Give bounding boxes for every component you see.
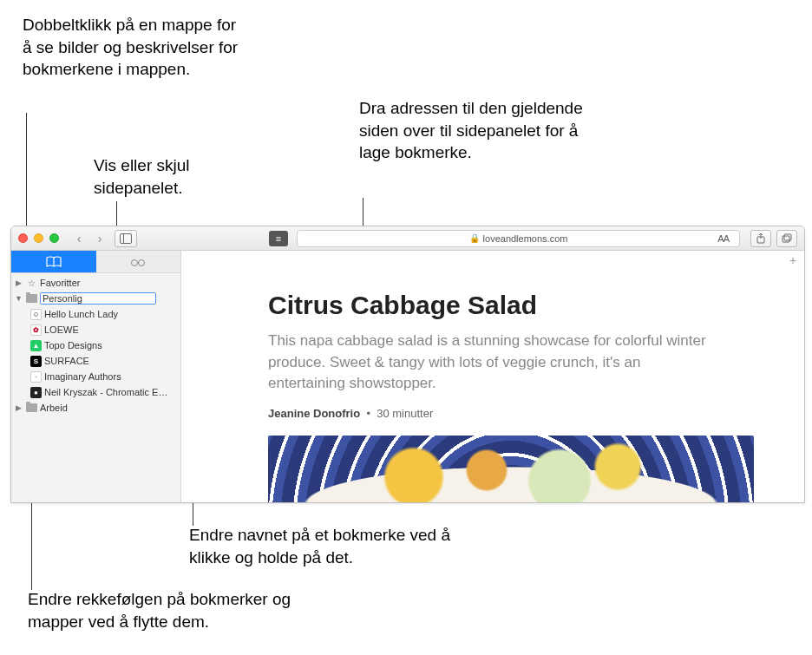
article-title: Citrus Cabbage Salad	[268, 291, 761, 320]
new-tab-button[interactable]: +	[785, 252, 801, 268]
svg-rect-0	[121, 233, 132, 243]
close-window-button[interactable]	[18, 233, 28, 243]
lock-icon: 🔒	[469, 233, 480, 243]
callout-line	[116, 201, 117, 227]
folder-personal[interactable]: ▼ Personlig	[11, 291, 180, 306]
folder-label: Arbeid	[40, 403, 180, 413]
svg-point-6	[132, 259, 138, 265]
bookmark-item[interactable]: ▲ Topo Designs	[11, 337, 180, 353]
bookmark-list: ▶ ☆ Favoritter ▼ Personlig ☺ Hello Lunch…	[11, 273, 180, 417]
svg-rect-4	[784, 234, 791, 240]
address-text: loveandlemons.com	[483, 233, 568, 244]
bookmark-item[interactable]: ✿ LOEWE	[11, 322, 180, 337]
tabs-button[interactable]	[776, 230, 797, 247]
folder-icon	[25, 292, 37, 305]
bookmark-label: SURFACE	[44, 356, 180, 366]
disclosure-triangle[interactable]: ▶	[15, 278, 23, 287]
callout-doubleclick: Dobbeltklikk på en mappe for å se bilder…	[23, 14, 248, 81]
bookmarks-sidebar: ▶ ☆ Favoritter ▼ Personlig ☺ Hello Lunch…	[11, 251, 181, 502]
tabs-icon	[782, 233, 792, 244]
book-icon	[45, 256, 62, 268]
safari-window: ‹ › ≡ 🔒 loveandlemons.com AA	[10, 226, 805, 503]
article-subtitle: This napa cabbage salad is a stunning sh…	[268, 331, 719, 395]
svg-point-7	[139, 259, 145, 265]
folder-label: Favoritter	[40, 278, 180, 288]
folder-work[interactable]: ▶ Arbeid	[11, 400, 180, 416]
callout-reorder: Endre rekkefølgen på bokmerker og mapper…	[28, 588, 323, 632]
article-duration: 30 minutter	[377, 407, 433, 420]
article-hero-image	[268, 436, 754, 502]
bookmark-label: Imaginary Authors	[44, 371, 180, 382]
disclosure-triangle[interactable]: ▼	[15, 294, 23, 303]
favicon: ✿	[30, 324, 42, 336]
bookmark-item[interactable]: ● Neil Kryszak - Chromatic E…	[11, 384, 180, 400]
article-author: Jeanine Donofrio	[268, 407, 360, 420]
star-icon: ☆	[25, 277, 37, 289]
favicon: ●	[30, 387, 42, 398]
forward-button[interactable]: ›	[90, 230, 109, 247]
bookmarks-tab[interactable]	[11, 251, 96, 272]
bookmark-item[interactable]: ☺ Hello Lunch Lady	[11, 306, 180, 322]
reader-mode-button[interactable]: ≡	[269, 231, 288, 246]
svg-rect-3	[783, 236, 789, 242]
share-button[interactable]	[750, 230, 771, 247]
favicon: ☺	[30, 309, 42, 320]
favicon: S	[30, 356, 42, 367]
callout-line	[363, 198, 363, 227]
sidebar-icon	[120, 233, 132, 244]
minimize-window-button[interactable]	[34, 233, 43, 243]
bookmark-label: Neil Kryszak - Chromatic E…	[44, 387, 180, 397]
bookmark-label: Topo Designs	[44, 340, 180, 350]
disclosure-triangle[interactable]: ▶	[15, 403, 23, 412]
back-button[interactable]: ‹	[69, 230, 88, 247]
bookmark-item[interactable]: S SURFACE	[11, 353, 180, 369]
page-content: Citrus Cabbage Salad This napa cabbage s…	[181, 251, 804, 502]
address-bar[interactable]: 🔒 loveandlemons.com AA	[297, 230, 740, 247]
folder-label-editing[interactable]: Personlig	[40, 292, 156, 305]
bookmark-item[interactable]: · Imaginary Authors	[11, 369, 180, 384]
reader-icon: ≡	[276, 233, 281, 244]
callout-rename: Endre navnet på et bokmerke ved å klikke…	[189, 524, 458, 568]
article-meta: Jeanine Donofrio • 30 minutter	[268, 407, 761, 420]
favicon: ▲	[30, 340, 42, 351]
glasses-icon	[129, 256, 147, 268]
callout-drag-address: Dra adressen til den gjeldende siden ove…	[359, 97, 585, 164]
meta-separator: •	[366, 407, 370, 420]
sidebar-toggle-button[interactable]	[115, 230, 137, 247]
favicon: ·	[30, 371, 42, 383]
folder-icon	[25, 402, 37, 414]
share-icon	[756, 233, 766, 244]
reader-font-button[interactable]: AA	[712, 233, 734, 244]
zoom-window-button[interactable]	[49, 233, 59, 243]
traffic-lights	[18, 233, 59, 243]
reading-list-tab[interactable]	[96, 251, 181, 272]
window-titlebar: ‹ › ≡ 🔒 loveandlemons.com AA	[11, 226, 804, 251]
folder-favorites[interactable]: ▶ ☆ Favoritter	[11, 275, 180, 291]
bookmark-label: LOEWE	[44, 324, 180, 335]
bookmark-label: Hello Lunch Lady	[44, 309, 180, 319]
callout-toggle-sidebar: Vis eller skjul sidepanelet.	[94, 154, 232, 199]
